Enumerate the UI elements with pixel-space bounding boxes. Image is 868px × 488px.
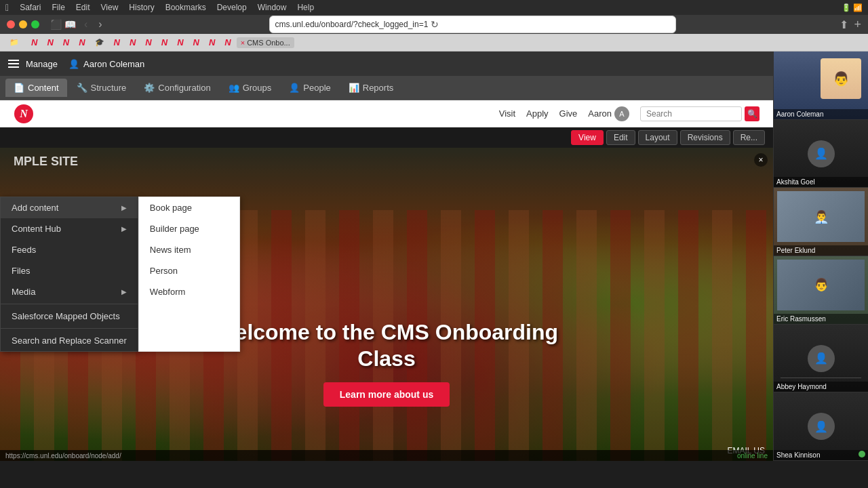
participant-aaron-coleman: 👨 Aaron Coleman [774, 52, 868, 120]
groups-tab-label: Groups [243, 83, 272, 93]
help-menu[interactable]: Help [297, 3, 314, 12]
bookmark-icon13[interactable]: N [220, 36, 235, 49]
search-input[interactable] [640, 106, 742, 121]
maximize-window-btn[interactable] [31, 20, 39, 28]
back-button[interactable]: ‹ [81, 16, 90, 33]
apply-link[interactable]: Apply [526, 108, 549, 119]
shea-avatar-icon: 👤 [814, 420, 828, 433]
more-button[interactable]: Re... [733, 130, 765, 145]
bookmark-icon5[interactable]: 🎓 [91, 37, 108, 48]
close-window-btn[interactable] [7, 20, 15, 28]
sidebar-toggle-icon[interactable]: ⬛ [50, 19, 62, 30]
bookmark-icon1[interactable]: N [27, 36, 41, 49]
manage-label: Manage [26, 59, 58, 69]
tab-configuration[interactable]: ⚙️ Configuration [136, 79, 218, 97]
edit-menu[interactable]: Edit [76, 3, 90, 12]
history-menu[interactable]: History [129, 3, 154, 12]
feeds-label: Feeds [12, 245, 36, 255]
header-links: Visit Apply Give Aaron A 🔍 [499, 106, 760, 121]
safari-menu[interactable]: Safari [20, 3, 41, 12]
minimize-window-btn[interactable] [19, 20, 27, 28]
develop-menu[interactable]: Develop [217, 3, 247, 12]
bookmark-folder[interactable]: 📁 [5, 37, 23, 48]
menu-divider-2 [1, 328, 138, 329]
dropdown-overlay: Add content ▶ Content Hub ▶ Feeds Files [0, 197, 240, 352]
participant-abbey-haymond: 👤 Abbey Haymond [774, 325, 868, 393]
reading-list-icon[interactable]: 📖 [64, 19, 76, 30]
reports-tab-icon: 📊 [349, 83, 359, 93]
forward-button[interactable]: › [96, 16, 104, 33]
content-hub-label: Content Hub [12, 224, 61, 234]
person-menu-item[interactable]: Person [139, 260, 239, 281]
news-item-label: News item [150, 245, 191, 255]
participant-name-peter: Peter Eklund [774, 245, 868, 256]
view-menu[interactable]: View [101, 3, 119, 12]
bookmark-icon4[interactable]: N [75, 36, 89, 49]
bookmark-icon6[interactable]: N [110, 36, 124, 49]
edit-button[interactable]: Edit [606, 130, 635, 145]
apple-menu[interactable]:  [5, 2, 9, 13]
tab-reports[interactable]: 📊 Reports [340, 79, 402, 97]
layout-button[interactable]: Layout [638, 130, 677, 145]
hero-close-button[interactable]: × [754, 153, 768, 167]
revisions-button[interactable]: Revisions [680, 130, 730, 145]
webform-label: Webform [150, 287, 186, 297]
file-menu[interactable]: File [52, 3, 64, 12]
add-tab-icon[interactable]: + [854, 18, 861, 32]
salesforce-menu-item[interactable]: Salesforce Mapped Objects [1, 306, 138, 327]
book-page-menu-item[interactable]: Book page [139, 197, 239, 218]
news-item-menu-item[interactable]: News item [139, 239, 239, 260]
participant-name-shea: Shea Kinnison [774, 450, 868, 460]
participant-shea-kinnison: 👤 Shea Kinnison [774, 392, 868, 461]
media-menu-item[interactable]: Media ▶ [1, 281, 138, 302]
address-bar[interactable]: cms.unl.edu/onboard/?check_logged_in=1 ↻ [269, 16, 676, 33]
content-dropdown-menu: Add content ▶ Content Hub ▶ Feeds Files [0, 197, 138, 352]
bookmark-icon10[interactable]: N [173, 36, 187, 49]
bookmark-icon7[interactable]: N [125, 36, 140, 49]
bookmark-icon11[interactable]: N [189, 36, 203, 49]
webform-menu-item[interactable]: Webform [139, 281, 239, 302]
site-header: N Visit Apply Give Aaron A 🔍 [0, 100, 773, 127]
builder-page-label: Builder page [150, 224, 199, 234]
search-replace-menu-item[interactable]: Search and Replace Scanner [1, 330, 138, 351]
reports-tab-label: Reports [363, 83, 394, 93]
content-hub-menu-item[interactable]: Content Hub ▶ [1, 218, 138, 239]
window-menu[interactable]: Window [258, 3, 287, 12]
tab-groups[interactable]: 👥 Groups [220, 79, 280, 97]
bookmark-icon8[interactable]: N [141, 36, 155, 49]
configuration-tab-label: Configuration [158, 83, 210, 93]
visit-link[interactable]: Visit [499, 108, 515, 119]
main-layout: Manage 👤 Aaron Coleman 📄 Content 🔧 Struc… [0, 52, 868, 461]
bookmark-icon3[interactable]: N [59, 36, 73, 49]
online-indicator: online line [737, 452, 768, 460]
tab-people[interactable]: 👤 People [281, 79, 338, 97]
builder-page-menu-item[interactable]: Builder page [139, 218, 239, 239]
feeds-menu-item[interactable]: Feeds [1, 239, 138, 260]
files-menu-item[interactable]: Files [1, 260, 138, 281]
tab-content[interactable]: 📄 Content [5, 79, 67, 97]
cms-user-button[interactable]: 👤 Aaron Coleman [68, 59, 144, 69]
people-tab-icon: 👤 [289, 83, 300, 93]
add-content-label: Add content [12, 203, 58, 213]
bookmarks-menu[interactable]: Bookmarks [165, 3, 206, 12]
cms-admin-bar: Manage 👤 Aaron Coleman [0, 52, 773, 76]
tab-structure[interactable]: 🔧 Structure [68, 79, 135, 97]
akshita-avatar: 👤 [808, 140, 835, 167]
search-button[interactable]: 🔍 [745, 106, 760, 121]
bookmark-icon12[interactable]: N [205, 36, 219, 49]
content-tab-label: Content [28, 83, 59, 93]
reload-button[interactable]: ↻ [431, 19, 439, 30]
structure-tab-icon: 🔧 [77, 83, 87, 93]
hero-cta-button[interactable]: Learn more about us [323, 382, 450, 407]
svg-text:N: N [19, 108, 28, 119]
manage-button[interactable]: Manage [8, 59, 58, 69]
add-content-arrow: ▶ [121, 204, 127, 211]
user-profile-button[interactable]: Aaron A [588, 106, 629, 121]
give-link[interactable]: Give [559, 108, 578, 119]
bookmark-icon2[interactable]: N [43, 36, 57, 49]
bookmark-cms[interactable]: × CMS Onbo... [237, 37, 294, 48]
bookmark-icon9[interactable]: N [157, 36, 172, 49]
add-content-menu-item[interactable]: Add content ▶ [1, 197, 138, 218]
share-icon[interactable]: ⬆ [840, 18, 848, 31]
view-button[interactable]: View [571, 130, 604, 145]
